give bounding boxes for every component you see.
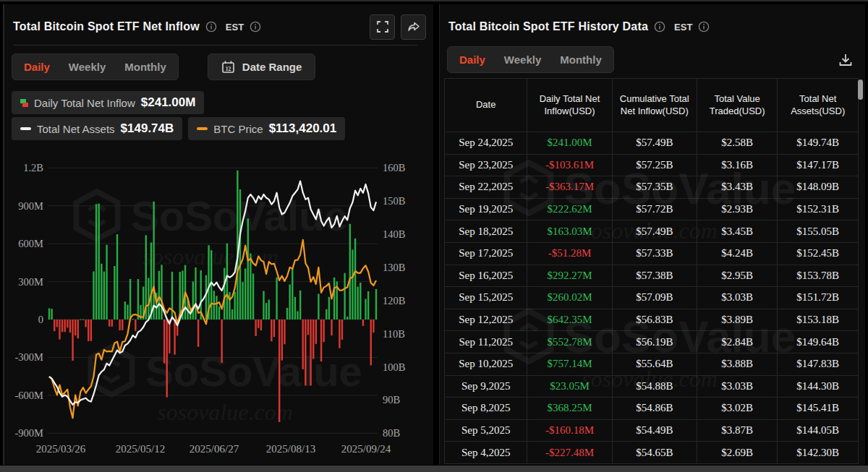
cell-assets: $149.64B bbox=[778, 331, 859, 353]
table-row[interactable]: Sep 18,2025$163.03M$57.49B$3.45B$155.05B bbox=[445, 220, 859, 243]
column-header: Total Net Assets(USD) bbox=[778, 79, 859, 132]
info-icon[interactable] bbox=[250, 21, 261, 33]
download-button[interactable] bbox=[836, 51, 855, 69]
cell-date: Sep 12,2025 bbox=[445, 309, 527, 331]
download-icon bbox=[838, 52, 854, 68]
cell-date: Sep 9,2025 bbox=[445, 375, 527, 398]
info-icon[interactable] bbox=[205, 21, 217, 33]
table-row[interactable]: Sep 15,2025$260.02M$57.09B$3.03B$151.72B bbox=[445, 287, 859, 309]
table-row[interactable]: Sep 10,2025$757.14M$55.64B$3.88B$147.83B bbox=[445, 353, 859, 375]
etf-net-inflow-chart[interactable]: 1.2B900M600M300M0-300M-600M-900M160B150B… bbox=[4, 146, 433, 465]
right-panel-header: Total Bitcoin Spot ETF History Data EST bbox=[448, 13, 858, 40]
table-row[interactable]: Sep 4,2025-$227.48M$54.65B$2.69B$142.30B bbox=[445, 442, 859, 464]
table-scrollbar-thumb[interactable] bbox=[858, 80, 863, 100]
tab-monthly[interactable]: Monthly bbox=[560, 53, 602, 66]
cell-cumulative: $57.33B bbox=[612, 242, 697, 265]
table-row[interactable]: Sep 5,2025-$160.18M$54.49B$3.87B$144.05B bbox=[445, 419, 859, 442]
tab-daily[interactable]: Daily bbox=[459, 53, 485, 66]
tab-weekly[interactable]: Weekly bbox=[504, 53, 541, 66]
cell-inflow: -$103.61M bbox=[527, 154, 612, 176]
cell-traded: $2.84B bbox=[697, 331, 778, 353]
inflow-bars bbox=[48, 171, 377, 422]
cell-cumulative: $57.49B bbox=[612, 132, 697, 155]
cell-cumulative: $57.49B bbox=[612, 220, 697, 243]
tab-weekly[interactable]: Weekly bbox=[69, 61, 106, 73]
tab-daily[interactable]: Daily bbox=[24, 61, 50, 73]
table-row[interactable]: Sep 23,2025-$103.61M$57.25B$3.16B$147.17… bbox=[445, 154, 859, 176]
info-icon[interactable] bbox=[698, 21, 710, 33]
cell-cumulative: $57.35B bbox=[612, 176, 697, 199]
info-icon[interactable] bbox=[654, 21, 665, 33]
cell-date: Sep 18,2025 bbox=[445, 220, 527, 243]
column-header: Daily Total Net Inflow(USD) bbox=[527, 79, 612, 132]
left-panel-header: Total Bitcoin Spot ETF Net Inflow EST bbox=[13, 13, 426, 40]
svg-text:2025/08/13: 2025/08/13 bbox=[266, 443, 315, 455]
cell-inflow: $757.14M bbox=[527, 353, 612, 375]
cell-date: Sep 23,2025 bbox=[445, 154, 527, 176]
legend-row-1: Daily Total Net Inflow $241.00M bbox=[12, 91, 204, 114]
table-row[interactable]: Sep 11,2025$552.78M$56.19B$2.84B$149.64B bbox=[445, 331, 859, 353]
legend-daily-net-inflow[interactable]: Daily Total Net Inflow $241.00M bbox=[12, 91, 204, 114]
history-table: DateDaily Total Net Inflow(USD)Cumulativ… bbox=[444, 78, 859, 464]
cell-assets: $151.72B bbox=[778, 287, 859, 309]
legend-row-2: Total Net Assets $149.74B BTC Price $113… bbox=[12, 117, 345, 140]
cell-date: Sep 22,2025 bbox=[445, 176, 527, 199]
cell-date: Sep 16,2025 bbox=[445, 265, 527, 287]
cell-inflow: $552.78M bbox=[527, 331, 612, 353]
table-row[interactable]: Sep 17,2025-$51.28M$57.33B$4.24B$152.45B bbox=[445, 242, 859, 265]
cell-date: Sep 5,2025 bbox=[445, 419, 527, 442]
table-row[interactable]: Sep 22,2025-$363.17M$57.35B$3.43B$148.09… bbox=[445, 176, 859, 199]
column-header: Date bbox=[445, 79, 527, 132]
cell-cumulative: $54.86B bbox=[612, 398, 697, 420]
table-row[interactable]: Sep 12,2025$642.35M$56.83B$3.89B$153.18B bbox=[445, 309, 859, 331]
cell-assets: $155.05B bbox=[778, 220, 859, 243]
legend-btc-price[interactable]: BTC Price $113,420.01 bbox=[188, 117, 345, 140]
horizontal-scrollbar[interactable] bbox=[0, 465, 868, 472]
svg-text:-300M: -300M bbox=[15, 351, 44, 363]
cell-traded: $3.88B bbox=[697, 353, 778, 375]
date-range-button[interactable]: 12 Date Range bbox=[208, 53, 316, 80]
svg-text:900M: 900M bbox=[18, 200, 43, 212]
svg-text:1.2B: 1.2B bbox=[23, 162, 43, 173]
svg-text:160B: 160B bbox=[383, 162, 405, 173]
cell-inflow: $260.02M bbox=[527, 287, 612, 309]
svg-text:2025/09/24: 2025/09/24 bbox=[341, 443, 391, 455]
page-title: Total Bitcoin Spot ETF Net Inflow bbox=[13, 20, 200, 33]
cell-cumulative: $54.49B bbox=[612, 419, 697, 442]
table-row[interactable]: Sep 9,2025$23.05M$54.88B$3.03B$144.30B bbox=[445, 375, 859, 398]
cell-inflow: $642.35M bbox=[527, 309, 612, 331]
share-button[interactable] bbox=[401, 14, 426, 40]
svg-text:130B: 130B bbox=[383, 262, 405, 273]
fullscreen-button[interactable] bbox=[370, 14, 395, 40]
legend-total-net-assets[interactable]: Total Net Assets $149.74B bbox=[12, 117, 182, 140]
cell-traded: $3.02B bbox=[697, 398, 778, 420]
table-row[interactable]: Sep 24,2025$241.00M$57.49B$2.58B$149.74B bbox=[445, 132, 859, 155]
table-header-row: DateDaily Total Net Inflow(USD)Cumulativ… bbox=[445, 79, 859, 132]
cell-traded: $2.95B bbox=[697, 265, 778, 287]
header-divider bbox=[13, 45, 417, 46]
svg-text:-900M: -900M bbox=[15, 427, 44, 439]
svg-text:2025/05/12: 2025/05/12 bbox=[116, 443, 165, 455]
svg-text:12: 12 bbox=[226, 66, 231, 72]
cell-assets: $142.30B bbox=[778, 442, 859, 464]
calendar-icon: 12 bbox=[221, 60, 235, 74]
cell-date: Sep 15,2025 bbox=[445, 287, 527, 309]
timezone-label: EST bbox=[226, 22, 244, 33]
cell-inflow: $23.05M bbox=[527, 375, 612, 398]
table-row[interactable]: Sep 19,2025$222.62M$57.72B$2.93B$152.31B bbox=[445, 198, 859, 220]
cell-assets: $149.74B bbox=[778, 132, 859, 155]
svg-text:0: 0 bbox=[38, 314, 43, 325]
table-row[interactable]: Sep 8,2025$368.25M$54.86B$3.02B$145.41B bbox=[445, 398, 859, 420]
tab-monthly[interactable]: Monthly bbox=[124, 61, 166, 73]
cell-assets: $145.41B bbox=[778, 398, 859, 420]
cell-assets: $147.83B bbox=[778, 353, 859, 375]
cell-date: Sep 24,2025 bbox=[445, 132, 527, 155]
cell-assets: $148.09B bbox=[778, 176, 859, 199]
svg-text:600M: 600M bbox=[18, 238, 43, 249]
cell-traded: $2.93B bbox=[697, 198, 778, 220]
svg-text:90B: 90B bbox=[383, 394, 400, 406]
cell-traded: $3.03B bbox=[697, 287, 778, 309]
cell-cumulative: $57.09B bbox=[612, 287, 697, 309]
table-row[interactable]: Sep 16,2025$292.27M$57.38B$2.95B$153.78B bbox=[445, 265, 859, 287]
cell-inflow: $368.25M bbox=[527, 398, 612, 420]
